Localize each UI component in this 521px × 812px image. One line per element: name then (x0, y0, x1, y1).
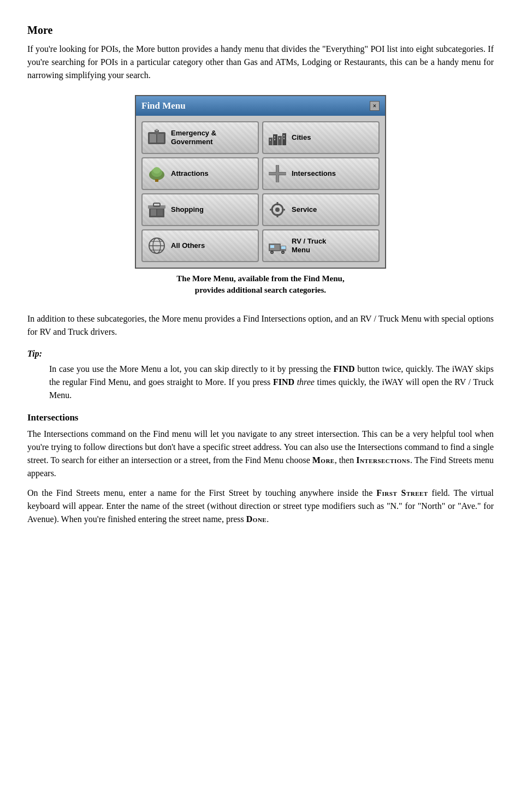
service-label: Service (292, 205, 317, 214)
more-smallcaps: More (312, 455, 335, 465)
shopping-label: Shopping (171, 205, 204, 214)
svg-rect-5 (269, 138, 273, 145)
svg-rect-25 (157, 209, 163, 216)
find-menu-title: Find Menu (141, 99, 186, 113)
intersections-smallcaps: Intersections (356, 455, 410, 465)
all-others-icon (147, 236, 167, 256)
svg-point-29 (275, 208, 280, 212)
svg-rect-47 (270, 245, 274, 248)
tip-find-bold-2: FIND (273, 377, 294, 387)
svg-rect-27 (153, 203, 160, 206)
svg-rect-18 (155, 179, 158, 182)
rv-truck-label: RV / TruckMenu (292, 237, 326, 254)
intersections-heading: Intersections (27, 411, 494, 425)
svg-rect-12 (279, 138, 280, 139)
emergency-gov-icon (147, 128, 167, 147)
svg-rect-24 (151, 209, 156, 216)
find-menu-container: Find Menu × Emergency &Government (27, 95, 494, 307)
section-heading: More (27, 22, 494, 38)
svg-rect-7 (278, 136, 282, 145)
svg-rect-11 (274, 139, 275, 140)
tip-title: Tip: (27, 347, 494, 360)
svg-rect-4 (156, 129, 158, 131)
first-street-smallcaps: First Street (376, 488, 428, 497)
attractions-icon (147, 164, 167, 183)
menu-btn-rv-truck[interactable]: RV / TruckMenu (262, 229, 380, 262)
find-menu-caption: The More Menu, available from the Find M… (176, 273, 344, 296)
find-menu-box: Find Menu × Emergency &Government (135, 95, 386, 269)
svg-rect-9 (270, 139, 271, 141)
tip-content: In case you use the More Menu a lot, you… (49, 363, 494, 402)
intersections-label: Intersections (292, 169, 336, 178)
shopping-icon (147, 200, 167, 220)
tip-three-italic: three (297, 377, 315, 387)
tip-text: In case you use the More Menu a lot, you… (49, 363, 494, 402)
menu-btn-intersections[interactable]: Intersections (262, 157, 380, 190)
menu-btn-shopping[interactable]: Shopping (141, 193, 259, 226)
done-smallcaps: Done (246, 514, 267, 524)
menu-btn-emergency-gov[interactable]: Emergency &Government (141, 121, 259, 154)
intersections-icon (268, 164, 287, 183)
svg-point-17 (153, 167, 161, 174)
intersections-paragraph-1: The Intersections command on the Find me… (27, 428, 494, 480)
body-paragraph-2: In addition to these subcategories, the … (27, 312, 494, 339)
menu-btn-service[interactable]: Service (262, 193, 380, 226)
intersections-paragraph-2: On the Find Streets menu, enter a name f… (27, 487, 494, 526)
svg-rect-10 (274, 136, 275, 138)
svg-point-45 (282, 251, 284, 253)
find-menu-titlebar: Find Menu × (136, 96, 385, 116)
svg-rect-2 (157, 134, 164, 143)
emergency-gov-label: Emergency &Government (171, 129, 216, 146)
cities-label: Cities (292, 133, 311, 142)
svg-rect-1 (150, 134, 156, 143)
svg-rect-14 (283, 138, 285, 139)
menu-btn-all-others[interactable]: All Others (141, 229, 259, 262)
attractions-label: Attractions (171, 169, 209, 178)
find-menu-grid: Emergency &Government (136, 116, 385, 268)
svg-point-43 (271, 251, 273, 253)
find-menu-close-button[interactable]: × (370, 101, 380, 111)
intro-paragraph: If you're looking for POIs, the More but… (27, 43, 494, 82)
rv-truck-icon (268, 236, 287, 256)
svg-rect-22 (269, 173, 286, 175)
menu-btn-cities[interactable]: Cities (262, 121, 380, 154)
svg-rect-13 (283, 135, 285, 137)
menu-btn-attractions[interactable]: Attractions (141, 157, 259, 190)
tip-block: Tip: In case you use the More Menu a lot… (27, 347, 494, 402)
svg-rect-41 (281, 246, 286, 249)
tip-find-bold-1: FIND (333, 364, 354, 374)
service-icon (268, 200, 287, 220)
all-others-label: All Others (171, 241, 205, 250)
cities-icon (268, 128, 287, 147)
